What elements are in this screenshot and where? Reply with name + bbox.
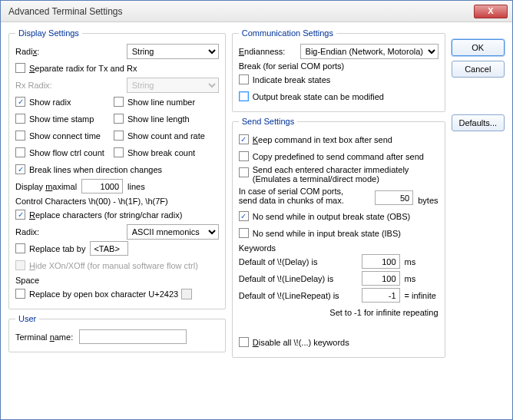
delay-suffix: ms — [405, 257, 439, 266]
replace-chars-label: Replace characters (for string/char radi… — [29, 210, 182, 220]
replace-space-checkbox[interactable] — [15, 289, 25, 299]
linerepeat-label: Default of \!(LineRepeat) is — [239, 291, 339, 300]
keep-cmd-label: Keep command in text box after send — [253, 135, 392, 144]
communication-settings-group: Communication Settings Endianness: Big-E… — [232, 28, 445, 112]
show-line-length-label: Show line length — [127, 114, 190, 124]
show-break-count-label: Show break count — [127, 148, 195, 157]
show-count-rate-label: Show count and rate — [127, 131, 205, 141]
indicate-break-label: Indicate break states — [253, 75, 331, 84]
terminal-name-input[interactable] — [79, 329, 187, 344]
display-maximal-input[interactable] — [81, 179, 123, 193]
display-maximal-suffix: lines — [127, 182, 145, 191]
no-send-obs-label: No send while in output break state (OBS… — [253, 212, 410, 221]
copy-predef-label: Copy predefined to send command after se… — [253, 152, 424, 161]
keep-cmd-checkbox[interactable] — [239, 134, 249, 144]
dialog-window: Advanced Terminal Settings X Display Set… — [0, 0, 513, 420]
break-lines-label: Break lines when direction changes — [29, 165, 162, 174]
no-send-ibs-checkbox[interactable] — [239, 228, 249, 238]
no-send-ibs-label: No send while in input break state (IBS) — [253, 229, 401, 238]
linerepeat-input[interactable] — [362, 288, 400, 303]
chunk-label: In case of serial COM ports,send data in… — [239, 187, 344, 205]
linedelay-label: Default of \!(LineDelay) is — [239, 274, 334, 283]
hide-xon-label: Hide XOn/XOff (for manual software flow … — [29, 261, 198, 270]
show-line-number-label: Show line number — [127, 98, 195, 107]
show-radix-label: Show radix — [29, 98, 114, 107]
chunk-suffix: bytes — [418, 196, 438, 205]
display-settings-legend: Display Settings — [15, 28, 82, 38]
show-line-number-checkbox[interactable] — [114, 97, 124, 107]
window-title: Advanced Terminal Settings — [5, 6, 474, 17]
break-group-label: Break (for serial COM ports) — [239, 61, 439, 71]
chunk-input[interactable] — [375, 190, 413, 205]
send-each-label: Send each entered character immediately(… — [253, 165, 409, 184]
display-maximal-label: Display maximal — [15, 182, 77, 191]
output-break-label: Output break state can be modified — [253, 92, 384, 101]
replace-chars-checkbox[interactable] — [15, 210, 25, 220]
user-group: User Terminal name: — [8, 314, 226, 352]
send-each-checkbox[interactable] — [239, 167, 249, 177]
send-settings-group: Send Settings Keep command in text box a… — [232, 117, 445, 358]
delay-input[interactable] — [362, 254, 400, 269]
output-break-checkbox[interactable] — [239, 91, 249, 101]
replace-space-label: Replace by open box character U+2423 — [29, 289, 178, 299]
space-label: Space — [15, 276, 219, 285]
endianness-label: Endianness: — [239, 47, 286, 56]
user-legend: User — [15, 314, 39, 323]
show-break-count-checkbox[interactable] — [114, 147, 124, 157]
space-char-preview — [181, 289, 192, 299]
dialog-body: Display Settings Radix: String Separate … — [1, 22, 512, 419]
replace-tab-label: Replace tab by — [29, 244, 85, 253]
disable-all-label: Disable all \!(...) keywords — [253, 338, 349, 347]
replace-tab-checkbox[interactable] — [15, 243, 25, 253]
linedelay-suffix: ms — [405, 274, 439, 283]
communication-settings-legend: Communication Settings — [239, 28, 336, 38]
rx-radix-label: Rx Radix: — [15, 81, 52, 90]
titlebar: Advanced Terminal Settings X — [1, 1, 512, 22]
separate-radix-checkbox[interactable] — [15, 63, 25, 73]
cancel-button[interactable]: Cancel — [452, 61, 505, 78]
show-radix-checkbox[interactable] — [15, 97, 25, 107]
rx-radix-select: String — [127, 78, 219, 93]
linerepeat-suffix: = infinite — [405, 291, 439, 300]
close-button[interactable]: X — [474, 5, 508, 18]
linedelay-input[interactable] — [362, 271, 400, 286]
display-settings-group: Display Settings Radix: String Separate … — [8, 28, 226, 309]
control-chars-label: Control Characters \h(00) - \h(1F), \h(7… — [15, 197, 219, 206]
endianness-select[interactable]: Big-Endian (Network, Motorola) — [300, 44, 439, 59]
show-connect-time-checkbox[interactable] — [15, 131, 25, 141]
keywords-label: Keywords — [239, 243, 439, 253]
radix-label: Radix: — [15, 47, 39, 56]
terminal-name-label: Terminal name: — [15, 332, 73, 342]
show-flow-ctrl-label: Show flow ctrl count — [29, 148, 114, 157]
cc-radix-select[interactable]: ASCII mnemonics — [127, 224, 219, 240]
show-line-length-checkbox[interactable] — [114, 114, 124, 124]
indicate-break-checkbox[interactable] — [239, 74, 249, 84]
radix-select[interactable]: String — [127, 44, 219, 59]
ok-button[interactable]: OK — [452, 39, 505, 56]
show-time-stamp-label: Show time stamp — [29, 114, 114, 124]
replace-tab-input[interactable] — [90, 241, 128, 256]
show-time-stamp-checkbox[interactable] — [15, 114, 25, 124]
copy-predef-checkbox[interactable] — [239, 151, 249, 161]
show-flow-ctrl-checkbox[interactable] — [15, 147, 25, 157]
disable-all-checkbox[interactable] — [239, 337, 249, 347]
show-connect-time-label: Show connect time — [29, 131, 114, 141]
break-lines-checkbox[interactable] — [15, 164, 25, 174]
hide-xon-checkbox — [15, 260, 25, 270]
repeat-note: Set to -1 for infinite repeating — [329, 308, 438, 317]
no-send-obs-checkbox[interactable] — [239, 211, 249, 221]
separate-radix-label: Separate radix for Tx and Rx — [29, 64, 137, 73]
cc-radix-label: Radix: — [15, 227, 39, 236]
show-count-rate-checkbox[interactable] — [114, 131, 124, 141]
defaults-button[interactable]: Defaults... — [452, 114, 505, 131]
send-settings-legend: Send Settings — [239, 117, 298, 126]
delay-label: Default of \!(Delay) is — [239, 257, 318, 266]
